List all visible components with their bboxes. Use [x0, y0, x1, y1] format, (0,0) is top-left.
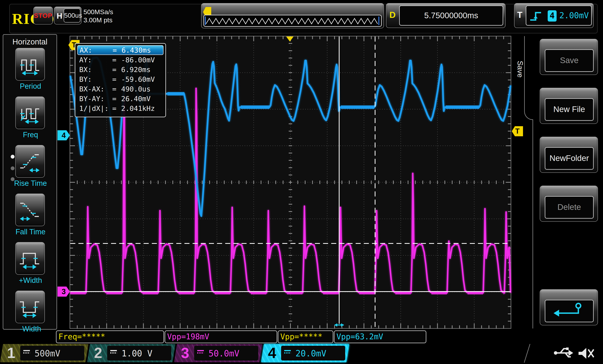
menu-button-inner: Save	[545, 49, 594, 72]
menu-button-inner: NewFolder	[545, 147, 594, 170]
menu-button-newfolder[interactable]: NewFolder	[540, 137, 598, 173]
cursor-row-dx[interactable]: 1/|dX|:=2.041kHz	[77, 104, 163, 113]
channel-scale-value: 500mV	[35, 349, 60, 358]
cursor-measurement-panel: AX:=6.430msAY:=-86.00mVBX:=6.920msBY:=-5…	[75, 43, 166, 117]
channel-scale-value: 1.00 V	[122, 349, 152, 358]
dc-coupling-icon	[197, 350, 204, 353]
measurement-slot-2[interactable]: Vpp=198mV	[165, 330, 277, 343]
cursor-row-value: 26.40mV	[121, 95, 162, 103]
return-arrow-icon	[545, 300, 593, 322]
channel-inner-box: 20.0mV	[281, 346, 345, 361]
menu-panel-border	[533, 120, 533, 329]
dc-coupling-icon	[110, 350, 117, 353]
menu-button-label: Delete	[545, 197, 593, 218]
back-button[interactable]	[540, 289, 598, 325]
equals: =	[112, 75, 121, 83]
menu-button-delete[interactable]: Delete	[540, 186, 598, 222]
measurement-slot-1[interactable]: Freq=*****	[56, 330, 164, 343]
cursor-row-label: BY-AY:	[79, 95, 112, 103]
cursor-row-value: 2.041kHz	[121, 105, 162, 112]
cursor-row-bx[interactable]: BX:=6.920ms	[77, 65, 163, 74]
channel1-status[interactable]: 1500mV	[0, 344, 89, 362]
equals: =	[112, 56, 121, 64]
dc-coupling-icon	[284, 350, 291, 353]
oscilloscope-screen: RIGOL STOP H 500us 500MSa/s 3.00M pts D …	[0, 0, 603, 364]
cursor-row-label: AY:	[79, 56, 112, 64]
channel-number: 2	[94, 344, 102, 361]
menu-button-new-file[interactable]: New File	[540, 88, 598, 124]
menu-button-label: NewFolder	[545, 148, 593, 169]
channel-scale-value: 50.0mV	[209, 349, 239, 358]
cursor-row-value: -59.60mV	[121, 75, 162, 83]
menu-button-inner: New File	[545, 98, 594, 121]
cursor-row-bxax[interactable]: BX-AX:=490.0us	[77, 84, 163, 94]
channel-inner-box: 1.00 V	[107, 346, 171, 361]
cursor-row-ax[interactable]: AX:=6.430ms	[77, 45, 163, 55]
menu-button-inner: Delete	[545, 196, 594, 219]
cursor-row-label: BX-AX:	[79, 85, 112, 93]
channel-number: 1	[7, 344, 15, 361]
cursor-row-label: BY:	[79, 75, 112, 83]
measurement-value: Vpp=63.2mV	[336, 332, 383, 341]
usb-icon	[554, 348, 572, 357]
equals: =	[112, 95, 121, 103]
menu-button-label: New File	[545, 99, 593, 120]
menu-button-label: Save	[545, 50, 593, 71]
tab-outline	[524, 36, 525, 107]
separator	[524, 344, 530, 363]
channel-number: 4	[268, 344, 276, 361]
channel4-status[interactable]: 420.0mV	[261, 344, 349, 362]
channel2-status[interactable]: 21.00 V	[87, 344, 175, 362]
cursor-row-value: 490.0us	[121, 85, 162, 93]
menu-button-save[interactable]: Save	[540, 39, 598, 75]
measurement-value: Freq=*****	[58, 332, 105, 341]
statusbar-right	[522, 344, 600, 363]
cursor-row-by[interactable]: BY:=-59.60mV	[77, 74, 163, 84]
cursor-row-label: BX:	[79, 66, 112, 74]
dc-coupling-icon	[23, 350, 30, 353]
channel3-status[interactable]: 350.0mV	[174, 344, 263, 362]
cursor-row-label: 1/|dX|:	[79, 105, 112, 112]
channel-inner-box: 50.0mV	[194, 346, 258, 361]
cursor-row-ay[interactable]: AY:=-86.00mV	[77, 55, 163, 65]
channel-inner-box: 500mV	[20, 346, 84, 361]
cursor-row-byay[interactable]: BY-AY:=26.40mV	[77, 94, 163, 104]
speaker-muted-icon	[579, 348, 594, 359]
menu-tab-save: Save	[516, 52, 524, 87]
equals: =	[113, 46, 122, 54]
channel-scale-value: 20.0mV	[295, 349, 326, 358]
measurement-slot-4[interactable]: Vpp=63.2mV	[334, 330, 426, 343]
measurement-value: Vpp=198mV	[167, 332, 209, 341]
channel-number: 3	[181, 344, 189, 361]
cursor-row-value: 6.430ms	[122, 46, 161, 54]
equals: =	[112, 105, 121, 112]
equals: =	[112, 66, 121, 74]
cursor-row-label: AX:	[80, 46, 113, 54]
measurement-value: Vpp=*****	[280, 332, 323, 341]
cursor-row-value: -86.00mV	[121, 56, 162, 64]
equals: =	[112, 85, 121, 93]
measurement-slot-3[interactable]: Vpp=*****	[278, 330, 333, 343]
cursor-row-value: 6.920ms	[121, 66, 162, 74]
